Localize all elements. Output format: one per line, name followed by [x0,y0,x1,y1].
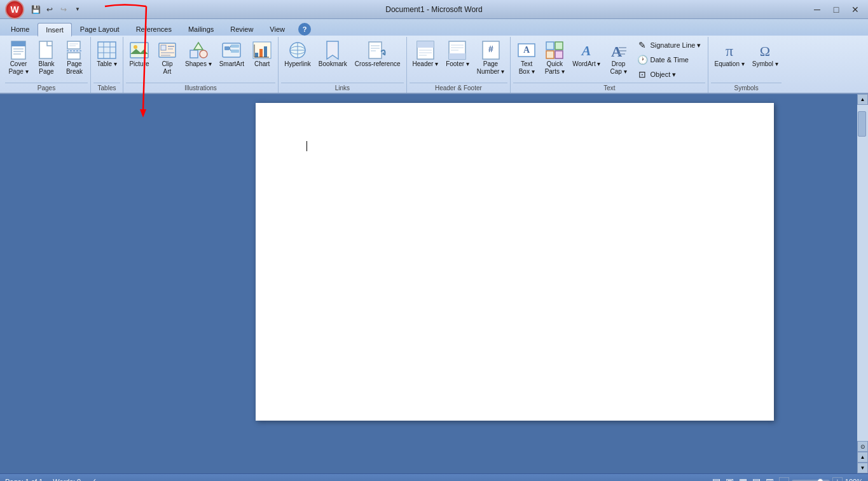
view-web-layout[interactable]: ▦ [739,477,747,482]
svg-text:Ω: Ω [760,43,770,59]
text-box-button[interactable]: A TextBox ▾ [513,38,540,78]
date-time-icon: 🕐 [637,55,647,65]
tab-page-layout[interactable]: Page Layout [72,22,128,36]
text-box-icon: A [516,40,537,60]
scroll-track[interactable] [857,105,868,440]
document-page[interactable] [256,103,774,421]
header-button[interactable]: Header ▾ [410,38,442,70]
svg-rect-5 [39,41,52,58]
hyperlink-icon [287,40,308,60]
help-button[interactable]: ? [298,23,311,36]
table-label: Table ▾ [97,60,117,68]
scroll-next-page-button[interactable]: ▼ [857,463,868,473]
maximize-button[interactable]: □ [829,4,844,15]
page-number-button[interactable]: # PageNumber ▾ [474,38,507,78]
office-button[interactable]: W [5,0,24,19]
redo-button[interactable]: ↪ [57,3,70,16]
smartart-button[interactable]: SmartArt [216,38,247,70]
svg-rect-11 [98,42,116,58]
scroll-up-button[interactable]: ▲ [857,94,868,105]
svg-rect-36 [264,46,267,57]
scroll-prev-page-button[interactable]: ▲ [857,452,868,463]
scroll-thumb[interactable] [858,111,866,137]
titlebar-controls: ─ □ ✕ [809,4,863,15]
window-title: Document1 - Microsoft Word [385,5,483,14]
tab-insert[interactable]: Insert [38,23,72,37]
group-text-label: Text [513,83,705,93]
group-pages-label: Pages [5,83,88,93]
symbol-button[interactable]: Ω Symbol ▾ [749,38,782,70]
svg-rect-49 [417,41,434,48]
tab-mailings[interactable]: Mailings [180,22,222,36]
close-button[interactable]: ✕ [848,4,863,15]
svg-text:π: π [726,43,733,59]
document-area[interactable] [172,94,857,473]
shapes-button[interactable]: Shapes ▾ [182,38,215,70]
bookmark-button[interactable]: Bookmark [315,38,350,70]
drop-cap-icon: A [608,40,628,60]
ribbon: Home Insert Page Layout References Maili… [0,19,868,94]
save-button[interactable]: 💾 [29,3,42,16]
left-area [0,94,172,473]
view-print-layout[interactable]: ▤ [712,477,720,482]
header-icon [415,40,436,60]
zoom-controls: − + 100% [779,477,863,482]
clip-art-button[interactable]: ClipArt [154,38,181,78]
picture-button[interactable]: Picture [126,38,153,70]
quick-parts-button[interactable]: QuickParts ▾ [541,38,568,78]
cross-reference-button[interactable]: Cross-reference [352,38,404,70]
smartart-label: SmartArt [219,60,244,68]
tab-home[interactable]: Home [3,22,38,36]
qat-more-button[interactable]: ▼ [71,3,84,16]
cover-page-icon [8,40,29,60]
view-outline[interactable]: ▤ [752,477,761,482]
date-time-button[interactable]: 🕐 Date & Time [633,53,705,67]
undo-button[interactable]: ↩ [43,3,56,16]
group-text: A TextBox ▾ QuickParts ▾ A [511,37,708,93]
page-break-button[interactable]: PageBreak [61,38,88,78]
svg-rect-43 [369,42,382,58]
svg-rect-29 [231,44,239,48]
zoom-out-button[interactable]: − [779,477,789,482]
signature-line-label: Signature Line ▾ [650,41,701,50]
bookmark-icon [322,40,343,60]
zoom-thumb [817,478,823,482]
chart-label: Chart [254,60,270,68]
word-count: Words: 0 [53,478,81,482]
vertical-scrollbar: ▲ ⊙ ▲ ▼ [857,94,868,473]
tab-review[interactable]: Review [222,22,261,36]
picture-icon [129,40,149,60]
tab-view[interactable]: View [261,22,293,36]
wordart-label: WordArt ▾ [572,60,600,68]
table-button[interactable]: Table ▾ [93,38,120,70]
zoom-level: 100% [845,478,863,482]
wordart-button[interactable]: A WordArt ▾ [569,38,603,70]
svg-text:A: A [581,43,591,58]
hyperlink-button[interactable]: Hyperlink [281,38,314,70]
equation-button[interactable]: π Equation ▾ [711,38,747,70]
tab-references[interactable]: References [128,22,180,36]
view-draft[interactable]: ▥ [766,477,774,482]
footer-button[interactable]: Footer ▾ [443,38,472,70]
header-label: Header ▾ [413,60,439,68]
svg-point-25 [200,50,207,58]
page-info: Page: 1 of 1 [5,478,43,482]
view-full-screen[interactable]: ▣ [726,477,734,482]
chart-button[interactable]: Chart [249,38,275,70]
object-button[interactable]: ⊡ Object ▾ [633,67,705,81]
chart-icon [252,40,272,60]
signature-line-button[interactable]: ✎ Signature Line ▾ [633,38,705,52]
cover-page-button[interactable]: CoverPage ▾ [5,38,32,78]
title-bar: W 💾 ↩ ↪ ▼ Document1 - Microsoft Word ─ □… [0,0,868,19]
group-header-footer: Header ▾ Footer ▾ # PageNumber ▾ [407,37,511,93]
symbol-icon: Ω [755,40,775,60]
group-tables: Table ▾ Tables [91,37,123,93]
blank-page-button[interactable]: BlankPage [33,38,60,78]
drop-cap-button[interactable]: A DropCap ▾ [605,38,631,78]
zoom-in-button[interactable]: + [832,477,843,482]
shapes-icon [188,40,209,60]
minimize-button[interactable]: ─ [809,4,825,15]
quick-parts-icon [544,40,565,60]
scroll-select-browse-button[interactable]: ⊙ [857,441,868,452]
text-small-buttons: ✎ Signature Line ▾ 🕐 Date & Time ⊡ Objec… [633,38,705,81]
